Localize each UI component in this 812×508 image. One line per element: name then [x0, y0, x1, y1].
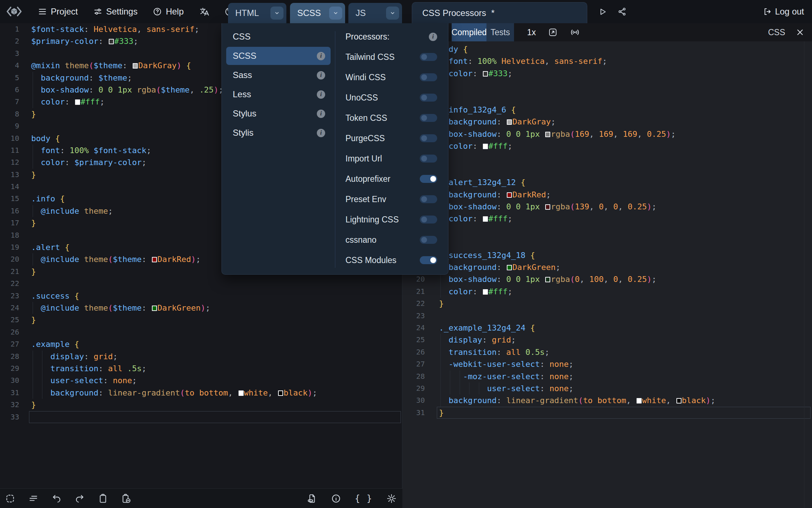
toggle-unocss[interactable] [420, 94, 437, 102]
menu-help[interactable]: Help [153, 7, 183, 17]
code-token [70, 158, 74, 167]
code-token: background [50, 388, 98, 397]
menu-label-help: Help [166, 7, 183, 17]
code-token [544, 384, 549, 393]
code-token: ; [652, 202, 656, 211]
tab-tests[interactable]: Tests [486, 23, 514, 41]
run-button[interactable] [597, 7, 607, 17]
compiled-css-editor[interactable]: 1body {2font: 100% Helvetica, sans-serif… [402, 41, 812, 508]
processor-label: Preset Env [345, 194, 386, 204]
processor-label: cssnano [345, 235, 377, 245]
language-option-sass[interactable]: Sassi [226, 66, 331, 84]
language-option-stylus[interactable]: Stylusi [226, 105, 331, 123]
code-token [525, 323, 530, 332]
code-token [89, 25, 94, 34]
line-number: 28 [0, 351, 19, 362]
editor-settings-button[interactable] [386, 493, 397, 504]
tab-scss-dropdown-button[interactable] [329, 7, 342, 20]
indent-guide [33, 253, 33, 265]
code-token: { [530, 251, 535, 260]
toggle-tailwind-css[interactable] [420, 53, 437, 61]
code-text: box-shadow: 0 0 1px rgba(139, 0, 0, 0.25… [448, 201, 656, 213]
toggle-css-modules[interactable] [420, 256, 437, 264]
info-icon[interactable]: i [317, 110, 325, 118]
file-link-button[interactable] [307, 493, 317, 504]
info-icon[interactable]: i [429, 33, 437, 41]
code-token [631, 396, 636, 405]
toggle-purgecss[interactable] [420, 134, 437, 142]
toggle-token-css[interactable] [420, 114, 437, 122]
color-swatch [152, 257, 157, 262]
toggle-knob [421, 115, 427, 121]
logout-button[interactable]: Log out [762, 0, 804, 23]
indent-guide [42, 362, 42, 374]
code-token [623, 202, 627, 211]
clipboard-button[interactable] [98, 493, 108, 504]
info-icon[interactable]: i [317, 71, 325, 79]
code-token [132, 85, 137, 94]
tab-js-dropdown-button[interactable] [386, 7, 399, 20]
info-icon[interactable]: i [317, 52, 325, 60]
tab-html[interactable]: HTML [228, 3, 286, 23]
close-output-button[interactable] [795, 28, 805, 37]
clipboard-remove-icon [121, 493, 131, 504]
sliders-icon [93, 7, 103, 16]
language-option-less[interactable]: Lessi [226, 85, 331, 103]
color-swatch [239, 390, 244, 396]
code-token: display [448, 335, 482, 344]
tab-js[interactable]: JS [348, 3, 402, 23]
toggle-windi-css[interactable] [420, 73, 437, 81]
select-all-button[interactable] [5, 493, 15, 504]
braces-button[interactable]: { } [355, 493, 373, 504]
tab-html-dropdown-button[interactable] [270, 7, 283, 20]
info-button[interactable] [331, 493, 341, 504]
line-number: 30 [402, 394, 425, 406]
toggle-lightning-css[interactable] [420, 216, 437, 224]
toggle-autoprefixer[interactable] [420, 175, 437, 183]
indent-guide [33, 387, 33, 399]
live-reload-button[interactable] [570, 27, 580, 37]
language-option-scss[interactable]: SCSSi [226, 47, 331, 65]
language-option-css[interactable]: CSS [226, 28, 331, 46]
clipboard-remove-button[interactable] [121, 493, 131, 504]
code-token: ; [142, 158, 146, 167]
code-token: , [604, 275, 608, 284]
color-swatch [483, 216, 488, 222]
undo-button[interactable] [51, 493, 62, 504]
code-token: ; [196, 255, 200, 264]
code-token: theme [84, 255, 108, 264]
code-token [89, 146, 94, 155]
code-token [487, 335, 492, 344]
code-line: 28-moz-user-select: none; [402, 370, 812, 382]
translate-button[interactable] [199, 7, 209, 17]
code-token: color [448, 214, 472, 223]
code-token [540, 130, 544, 139]
redo-button[interactable] [75, 493, 85, 504]
code-token: grid [492, 335, 511, 344]
code-token: $theme [113, 303, 141, 312]
language-option-stylis[interactable]: Stylisi [226, 124, 331, 142]
toggle-import-url[interactable] [420, 155, 437, 163]
open-external-button[interactable] [548, 28, 558, 37]
share-button[interactable] [617, 7, 627, 16]
info-icon[interactable]: i [317, 90, 325, 99]
processor-label: Tailwind CSS [345, 52, 395, 62]
scrollbar-track[interactable] [804, 41, 804, 508]
menu-settings[interactable]: Settings [93, 7, 138, 17]
format-code-button[interactable] [28, 493, 38, 504]
tab-compiled[interactable]: Compiled [452, 23, 486, 41]
chevron-down-icon [332, 9, 340, 17]
code-token: ; [508, 287, 512, 296]
code-token: ; [556, 263, 560, 272]
zoom-level[interactable]: 1x [527, 28, 536, 37]
menu-project[interactable]: Project [38, 7, 78, 17]
tab-scss[interactable]: SCSS [290, 3, 345, 23]
toggle-cssnano[interactable] [420, 236, 437, 244]
code-text: user-select: none; [50, 374, 137, 386]
info-icon[interactable]: i [317, 129, 325, 137]
code-token [594, 130, 599, 139]
code-token: ) [666, 130, 671, 139]
code-text: @include theme($theme: DarkGreen); [41, 302, 210, 314]
toggle-preset-env[interactable] [420, 195, 437, 203]
tab-css-processors[interactable]: CSS Processors * [412, 2, 587, 23]
